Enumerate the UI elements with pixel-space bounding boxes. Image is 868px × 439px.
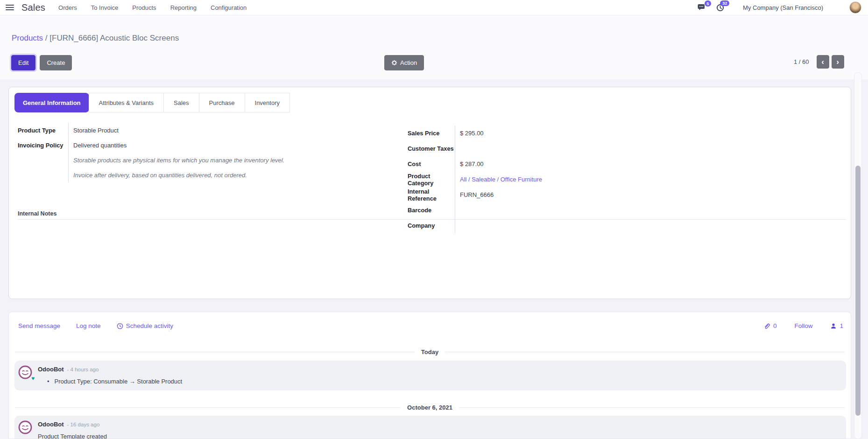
chatter-message: OdooBot - 16 days ago Product Template c… [14,416,846,439]
field-label-customer-taxes: Customer Taxes [408,145,454,152]
field-value-product-category-link[interactable]: All / Saleable / Office Furniture [455,176,542,183]
control-panel [0,15,868,79]
help-text-invoice-policy: Invoice after delivery, based on quantit… [69,172,247,179]
field-group-right: Sales Price Customer Taxes Cost Product … [408,125,651,233]
pager-next-button[interactable]: › [832,55,844,69]
message-author: OdooBot [38,421,64,428]
follow-button[interactable]: Follow [794,322,812,329]
create-button[interactable]: Create [40,55,72,70]
log-note-button[interactable]: Log note [76,322,101,329]
message-timestamp: - 16 days ago [67,422,100,427]
help-text-storable: Storable products are physical items for… [69,157,284,164]
field-label-sales-price: Sales Price [408,130,439,137]
heart-icon: ♥ [31,376,35,381]
field-label-company: Company [408,222,435,229]
form-sheet: General Information Attributes & Variant… [8,87,851,299]
bullet-icon: • [47,378,49,385]
company-switcher[interactable]: My Company (San Francisco) [743,4,823,11]
message-timestamp: - 4 hours ago [67,367,99,372]
menu-reporting[interactable]: Reporting [170,4,197,11]
menu-configuration[interactable]: Configuration [211,4,247,11]
top-navbar: Sales Orders To Invoice Products Reporti… [0,0,868,15]
activities-icon[interactable]: 32 [716,4,724,12]
field-value-cost: $ 287.00 [455,160,484,167]
chevron-right-icon: › [836,57,839,67]
field-label-product-category: Product Category [408,173,455,187]
paperclip-icon [763,322,770,329]
pager-previous-button[interactable]: ‹ [817,55,829,69]
app-menu: Orders To Invoice Products Reporting Con… [58,4,247,11]
edit-button[interactable]: Edit [11,55,35,70]
breadcrumb-current: [FURN_6666] Acoustic Bloc Screens [49,34,179,42]
app-title[interactable]: Sales [21,2,45,13]
date-divider-october: October 6, 2021 [15,404,845,411]
menu-to-invoice[interactable]: To Invoice [91,4,119,11]
tab-inventory[interactable]: Inventory [245,93,290,112]
date-divider-today: Today [15,348,845,355]
field-value-sales-price: $ 295.00 [455,130,484,137]
field-value-product-type: Storable Product [69,127,119,134]
menu-products[interactable]: Products [132,4,156,11]
send-message-button[interactable]: Send message [18,322,60,329]
follower-icon [830,323,837,329]
followers-button[interactable]: 1 [830,322,843,329]
field-label-product-type: Product Type [18,127,56,134]
attachments-button[interactable]: 0 [763,322,777,329]
tab-general-information[interactable]: General Information [14,93,89,112]
messages-icon[interactable]: 5 [698,4,706,11]
field-value-internal-reference: FURN_6666 [455,191,494,198]
pager-counter: 1 / 60 [794,58,809,65]
breadcrumb-products-link[interactable]: Products [12,34,43,42]
message-author: OdooBot [38,366,64,373]
tab-purchase[interactable]: Purchase [199,93,245,112]
tab-attributes-variants[interactable]: Attributes & Variants [89,93,164,112]
scrollbar-track[interactable] [854,72,862,439]
internal-notes-label: Internal Notes [18,210,56,217]
field-label-cost: Cost [408,160,421,167]
field-group-left: Product Type Invoicing Policy Storable P… [18,123,311,182]
menu-orders[interactable]: Orders [58,4,77,11]
field-label-invoicing-policy: Invoicing Policy [18,142,63,149]
message-body: Product Template created [38,433,107,439]
hamburger-menu-icon[interactable] [6,5,14,10]
chatter-message: ♥ OdooBot - 4 hours ago • Product Type: … [14,361,846,390]
message-body: Product Type: Consumable → Storable Prod… [55,378,183,385]
messages-badge: 5 [705,0,711,7]
chatter-panel: Send message Log note Schedule activity [8,312,851,439]
attachments-count: 0 [773,322,777,329]
field-label-internal-reference: Internal Reference [408,188,455,202]
schedule-activity-button[interactable]: Schedule activity [117,322,173,329]
followers-count: 1 [840,322,843,329]
notebook-tabs: General Information Attributes & Variant… [14,93,290,112]
gear-icon [391,60,397,66]
internal-notes-divider [18,219,846,220]
breadcrumb: Products / [FURN_6666] Acoustic Bloc Scr… [12,34,179,43]
clock-icon [117,323,123,329]
user-avatar[interactable] [849,1,861,14]
tab-sales[interactable]: Sales [163,93,199,112]
field-label-barcode: Barcode [408,207,431,214]
odoobot-avatar [18,420,33,435]
scrollbar-thumb[interactable] [855,166,861,416]
odoobot-avatar: ♥ [18,365,33,380]
activities-badge: 32 [720,0,729,7]
field-value-invoicing-policy: Delivered quantities [69,142,127,149]
breadcrumb-separator: / [45,34,48,42]
action-button[interactable]: Action [384,55,424,70]
chevron-left-icon: ‹ [821,57,824,67]
